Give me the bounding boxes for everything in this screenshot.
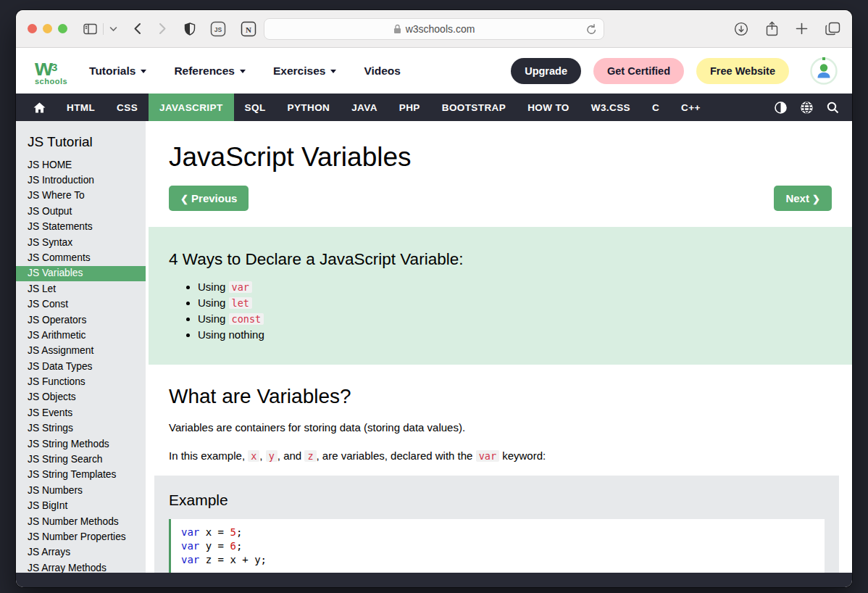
main-navbar: HTMLCSSJAVASCRIPTSQLPYTHONJAVAPHPBOOTSTR… <box>16 94 852 121</box>
sidebar-item-js-syntax[interactable]: JS Syntax <box>16 235 146 250</box>
menu-link-tutorials[interactable]: Tutorials <box>89 65 146 78</box>
share-icon[interactable] <box>766 21 778 36</box>
traffic-lights <box>28 24 67 33</box>
sidebar-item-js-strings[interactable]: JS Strings <box>16 421 146 436</box>
inline-code: const <box>229 313 264 325</box>
topnav-item-c[interactable]: C++ <box>670 94 711 121</box>
sidebar-item-js-where-to[interactable]: JS Where To <box>16 188 146 204</box>
topnav-item-php[interactable]: PHP <box>388 94 431 121</box>
chevron-left-icon: ❮ <box>180 194 188 204</box>
menu-link-exercises[interactable]: Exercises <box>273 65 336 78</box>
sidebar-item-js-arithmetic[interactable]: JS Arithmetic <box>16 328 146 343</box>
topnav-item-javascript[interactable]: JAVASCRIPT <box>149 94 234 121</box>
tab-overview-icon[interactable] <box>825 22 840 36</box>
previous-button[interactable]: ❮ Previous <box>169 186 249 211</box>
note-heading: 4 Ways to Declare a JavaScript Variable: <box>169 250 832 269</box>
section-heading: What are Variables? <box>169 385 852 408</box>
inline-code: var <box>476 450 499 462</box>
site-header: w3 schools TutorialsReferencesExercisesV… <box>16 48 852 94</box>
page-bottom-bar <box>16 573 852 587</box>
example-box: Example var x = 5;var y = 6;var z = x + … <box>154 476 839 573</box>
minimize-window-button[interactable] <box>43 24 52 33</box>
sidebar-item-js-array-methods[interactable]: JS Array Methods <box>16 560 146 573</box>
sidebar-item-js-number-methods[interactable]: JS Number Methods <box>16 514 146 529</box>
reload-icon[interactable] <box>586 23 597 36</box>
new-tab-icon[interactable] <box>796 22 808 35</box>
sidebar-item-js-number-properties[interactable]: JS Number Properties <box>16 529 146 544</box>
sidebar-chevron-down-icon[interactable] <box>109 26 117 32</box>
sidebar-item-js-functions[interactable]: JS Functions <box>16 374 146 389</box>
topnav-item-python[interactable]: PYTHON <box>277 94 341 121</box>
lock-icon <box>393 24 401 34</box>
logo-3: 3 <box>51 61 57 73</box>
sidebar-item-js-introduction[interactable]: JS Introduction <box>16 173 146 188</box>
free-website-button[interactable]: Free Website <box>696 58 789 84</box>
text-segment: Using <box>198 312 229 325</box>
sidebar-item-js-operators[interactable]: JS Operators <box>16 312 146 328</box>
home-icon[interactable] <box>23 94 56 121</box>
note-box: 4 Ways to Declare a JavaScript Variable:… <box>149 227 852 365</box>
topnav-item-java[interactable]: JAVA <box>341 94 388 121</box>
sidebar-item-js-numbers[interactable]: JS Numbers <box>16 483 146 498</box>
next-button[interactable]: Next ❯ <box>774 186 832 211</box>
privacy-shield-icon[interactable] <box>184 22 196 36</box>
sidebar-item-js-output[interactable]: JS Output <box>16 204 146 219</box>
menu-link-videos[interactable]: Videos <box>364 65 401 78</box>
downloads-icon[interactable] <box>734 22 748 36</box>
back-button-icon[interactable] <box>133 22 141 35</box>
address-bar[interactable]: w3schools.com <box>264 18 604 40</box>
sidebar-item-js-arrays[interactable]: JS Arrays <box>16 545 146 560</box>
dark-mode-toggle-icon[interactable] <box>771 98 790 117</box>
forward-button-icon[interactable] <box>159 22 167 35</box>
menu-link-references[interactable]: References <box>174 65 246 78</box>
sidebar-item-js-let[interactable]: JS Let <box>16 281 146 296</box>
topnav-item-html[interactable]: HTML <box>56 94 106 121</box>
sidebar-toggle-icon[interactable] <box>83 23 97 35</box>
text-segment: Using <box>198 281 229 293</box>
code-line: var x = 5; <box>181 526 814 539</box>
w3schools-logo[interactable]: w3 schools <box>35 56 67 86</box>
sidebar-item-js-events[interactable]: JS Events <box>16 405 146 420</box>
sidebar-item-js-bigint[interactable]: JS BigInt <box>16 499 146 514</box>
topnav-item-w3-css[interactable]: W3.CSS <box>580 94 641 121</box>
topnav-item-sql[interactable]: SQL <box>234 94 277 121</box>
js-extension-icon[interactable]: JS <box>210 21 226 37</box>
sidebar-item-js-string-templates[interactable]: JS String Templates <box>16 468 146 483</box>
sidebar-item-js-objects[interactable]: JS Objects <box>16 390 146 405</box>
sidebar-item-js-statements[interactable]: JS Statements <box>16 220 146 235</box>
close-window-button[interactable] <box>28 24 37 33</box>
text-segment: Using nothing <box>198 328 264 341</box>
notion-extension-icon[interactable]: N <box>241 21 256 37</box>
sidebar-item-js-home[interactable]: JS HOME <box>16 157 146 173</box>
code-block: var x = 5;var y = 6;var z = x + y; <box>169 519 825 573</box>
page-body: JS Tutorial JS HOMEJS IntroductionJS Whe… <box>16 121 852 573</box>
sidebar-item-js-variables[interactable]: JS Variables <box>16 266 146 281</box>
search-icon[interactable] <box>823 98 842 117</box>
topnav-item-bootstrap[interactable]: BOOTSTRAP <box>431 94 517 121</box>
topnav-item-c[interactable]: C <box>641 94 670 121</box>
page-title: JavaScript Variables <box>169 142 852 173</box>
user-avatar[interactable] <box>810 57 838 85</box>
topnav-items: HTMLCSSJAVASCRIPTSQLPYTHONJAVAPHPBOOTSTR… <box>56 94 711 121</box>
sidebar-item-js-string-methods[interactable]: JS String Methods <box>16 436 146 452</box>
inline-code: x <box>248 450 259 462</box>
sidebar-item-js-assignment[interactable]: JS Assignment <box>16 344 146 359</box>
example-heading: Example <box>169 492 825 509</box>
inline-code: var <box>229 281 252 293</box>
sidebar: JS Tutorial JS HOMEJS IntroductionJS Whe… <box>16 121 146 573</box>
get-certified-button[interactable]: Get Certified <box>593 58 684 84</box>
sidebar-item-js-const[interactable]: JS Const <box>16 297 146 312</box>
upgrade-button[interactable]: Upgrade <box>511 58 581 84</box>
sidebar-item-js-comments[interactable]: JS Comments <box>16 250 146 265</box>
text-segment: , are variables, declared with the <box>317 449 476 462</box>
header-menu: TutorialsReferencesExercisesVideos <box>89 65 401 78</box>
sidebar-item-js-string-search[interactable]: JS String Search <box>16 452 146 467</box>
main-content: JavaScript Variables ❮ Previous Next ❯ 4… <box>149 121 852 573</box>
zoom-window-button[interactable] <box>58 24 67 33</box>
topnav-item-css[interactable]: CSS <box>106 94 149 121</box>
topnav-item-how-to[interactable]: HOW TO <box>517 94 580 121</box>
toolbar-separator <box>103 23 104 35</box>
language-globe-icon[interactable] <box>797 98 816 117</box>
sidebar-item-js-data-types[interactable]: JS Data Types <box>16 359 146 374</box>
chevron-right-icon: ❯ <box>812 194 820 204</box>
